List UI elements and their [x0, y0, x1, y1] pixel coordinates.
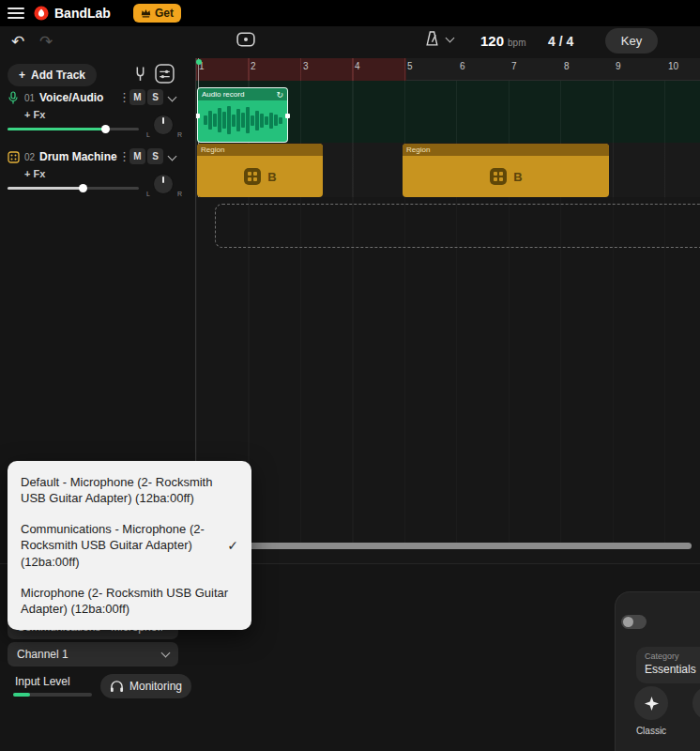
chevron-down-icon: [161, 649, 171, 658]
volume-slider[interactable]: [8, 187, 139, 190]
tuner-icon: [133, 66, 147, 82]
drum-region[interactable]: Region B: [403, 144, 609, 197]
channel-value: Channel 1: [17, 648, 162, 661]
category-selector[interactable]: Category Essentials: [636, 647, 700, 683]
undo-button[interactable]: ↶: [11, 34, 24, 50]
volume-slider-handle[interactable]: [79, 184, 87, 192]
category-value: Essentials: [645, 663, 700, 676]
bandlab-home-link[interactable]: BandLab: [34, 6, 111, 21]
redo-button[interactable]: ↷: [39, 34, 53, 50]
microphone-menu: Default - Microphone (2- Rocksmith USB G…: [8, 461, 251, 630]
ruler-bar-number: 6: [460, 61, 465, 71]
add-track-label: Add Track: [31, 69, 85, 82]
ruler-bar-number: 7: [511, 61, 517, 71]
playhead-marker[interactable]: [196, 59, 202, 65]
video-icon: [236, 31, 255, 48]
drum-machine-icon: [489, 167, 508, 186]
volume-slider-handle[interactable]: [101, 125, 110, 133]
video-button[interactable]: [236, 31, 255, 51]
get-label: Get: [155, 7, 174, 20]
region-badge: B: [513, 170, 522, 184]
input-level-meter: [13, 693, 92, 697]
track-name[interactable]: Drum Machine: [39, 150, 117, 163]
plus-icon: +: [19, 69, 25, 82]
region-badge: B: [267, 170, 276, 184]
drum-machine-icon: [243, 167, 262, 186]
track-number: 02: [24, 152, 35, 162]
preset-classic[interactable]: Classic: [631, 686, 672, 736]
timeline-ruler[interactable]: 1 2 3 4 5 6 7 8 9 10: [196, 58, 700, 81]
add-fx-button[interactable]: + Fx: [24, 109, 45, 120]
chevron-down-icon: [446, 33, 455, 42]
key-button[interactable]: Key: [605, 28, 658, 54]
track-name[interactable]: Voice/Audio: [39, 91, 103, 104]
bpm-display[interactable]: 120 bpm: [480, 33, 525, 49]
region-label: Region: [201, 146, 224, 154]
menu-item-communications-mic[interactable]: Communications - Microphone (2- Rocksmit…: [8, 513, 251, 576]
preset-label: Classic: [631, 726, 672, 736]
ruler-bar-number: 8: [564, 61, 570, 71]
region-label: Region: [406, 146, 430, 154]
mixer-button[interactable]: [155, 64, 175, 86]
menu-item-microphone[interactable]: Microphone (2- Rocksmith USB Guitar Adap…: [8, 577, 251, 624]
audio-record-region[interactable]: Audio record ↻: [197, 87, 288, 143]
pan-left-label: L: [146, 131, 150, 138]
tuner-button[interactable]: [133, 66, 147, 84]
mixer-icon: [155, 64, 175, 84]
channel-select[interactable]: Channel 1: [8, 642, 178, 667]
bpm-value: 120: [480, 33, 504, 49]
ruler-bar-number: 2: [251, 61, 256, 71]
region-resize-handle-left[interactable]: [195, 114, 200, 118]
solo-button[interactable]: S: [147, 148, 163, 164]
add-track-button[interactable]: + Add Track: [8, 64, 97, 86]
pan-left-label: L: [146, 191, 150, 197]
loop-icon[interactable]: ↻: [276, 90, 283, 100]
menu-item-default-mic[interactable]: Default - Microphone (2- Rocksmith USB G…: [8, 467, 251, 513]
preset-duo[interactable]: Du: [689, 686, 700, 736]
track-number: 01: [24, 93, 35, 103]
headphones-icon: [110, 680, 124, 693]
pan-knob[interactable]: [153, 115, 174, 135]
pan-knob[interactable]: [153, 174, 174, 194]
selection-marquee: [215, 204, 700, 248]
drum-region[interactable]: Region B: [197, 144, 323, 197]
bandlab-logo-icon: [34, 6, 49, 21]
metronome-button[interactable]: [424, 31, 453, 47]
mute-button[interactable]: M: [129, 148, 145, 164]
bandlab-studio-app: BandLab Get ↶ ↷ 120 bpm 4 / 4 Key: [0, 0, 700, 751]
record-range-highlight: [196, 58, 406, 81]
category-label: Category: [645, 651, 700, 661]
menu-item-label: Default - Microphone (2- Rocksmith USB G…: [21, 474, 238, 506]
region-resize-handle-right[interactable]: [285, 114, 290, 118]
add-fx-button[interactable]: + Fx: [24, 168, 45, 179]
brand-name: BandLab: [54, 6, 111, 21]
top-app-bar: BandLab Get: [0, 0, 700, 26]
voice-presets-panel: Category Essentials Classic Du: [615, 591, 700, 751]
volume-slider[interactable]: [8, 128, 139, 130]
time-signature[interactable]: 4 / 4: [548, 34, 573, 49]
pan-right-label: R: [177, 131, 182, 138]
menu-icon[interactable]: [8, 8, 24, 19]
menu-item-label: Microphone (2- Rocksmith USB Guitar Adap…: [21, 585, 238, 617]
region-label: Audio record: [202, 90, 244, 99]
sparkle-icon: [644, 696, 660, 712]
solo-button[interactable]: S: [147, 89, 163, 105]
track-collapse-chevron[interactable]: [168, 152, 177, 161]
lane-empty: [196, 197, 700, 543]
presets-toggle[interactable]: [621, 615, 647, 629]
ruler-bar-number: 10: [668, 61, 678, 71]
waveform: [198, 100, 287, 140]
ruler-bar-number: 5: [407, 61, 413, 71]
monitoring-button[interactable]: Monitoring: [100, 674, 191, 698]
track-collapse-chevron[interactable]: [168, 93, 177, 102]
mute-button[interactable]: M: [129, 89, 145, 105]
get-membership-button[interactable]: Get: [133, 4, 181, 23]
horizontal-scrollbar[interactable]: [200, 543, 692, 549]
input-level-label: Input Level: [15, 675, 70, 688]
drum-machine-track-icon: [8, 151, 20, 163]
ruler-bar-number: 9: [616, 61, 621, 71]
crown-icon: [141, 8, 151, 18]
monitoring-label: Monitoring: [129, 680, 182, 693]
timeline-area: 1 2 3 4 5 6 7 8 9 10 Audio record ↻: [195, 58, 700, 563]
bpm-unit: bpm: [508, 38, 525, 48]
